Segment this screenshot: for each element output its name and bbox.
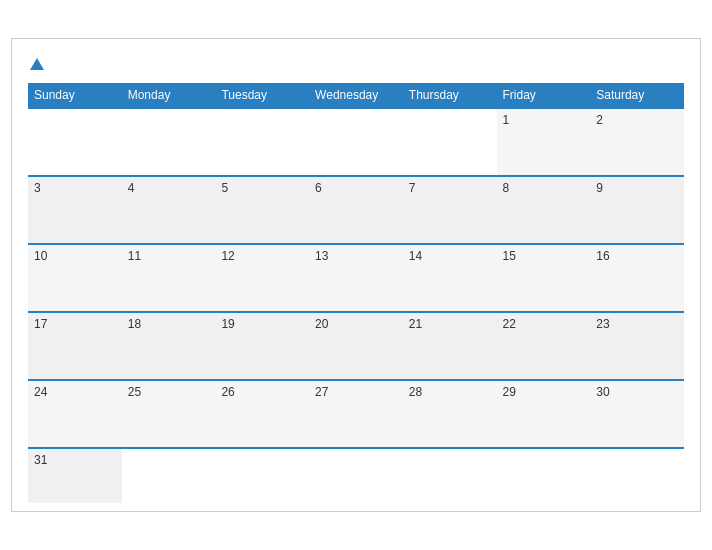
weekday-row: SundayMondayTuesdayWednesdayThursdayFrid… [28, 83, 684, 108]
calendar-cell: 30 [590, 380, 684, 448]
calendar-cell: 28 [403, 380, 497, 448]
calendar-cell: 31 [28, 448, 122, 503]
calendar-cell: 21 [403, 312, 497, 380]
calendar-cell: 11 [122, 244, 216, 312]
day-number: 21 [409, 317, 422, 331]
calendar-cell: 10 [28, 244, 122, 312]
week-row-5: 31 [28, 448, 684, 503]
day-number: 19 [221, 317, 234, 331]
calendar-cell: 3 [28, 176, 122, 244]
calendar-cell [497, 448, 591, 503]
day-number: 4 [128, 181, 135, 195]
calendar-weekday-header: SundayMondayTuesdayWednesdayThursdayFrid… [28, 83, 684, 108]
calendar-cell: 5 [215, 176, 309, 244]
calendar-cell [28, 108, 122, 176]
day-number: 27 [315, 385, 328, 399]
day-number: 25 [128, 385, 141, 399]
week-row-4: 24252627282930 [28, 380, 684, 448]
calendar-cell: 29 [497, 380, 591, 448]
calendar-cell [122, 448, 216, 503]
calendar-cell: 23 [590, 312, 684, 380]
day-number: 22 [503, 317, 516, 331]
week-row-3: 17181920212223 [28, 312, 684, 380]
week-row-1: 3456789 [28, 176, 684, 244]
weekday-tuesday: Tuesday [215, 83, 309, 108]
day-number: 24 [34, 385, 47, 399]
calendar-cell: 9 [590, 176, 684, 244]
calendar-cell: 4 [122, 176, 216, 244]
calendar-container: SundayMondayTuesdayWednesdayThursdayFrid… [11, 38, 701, 512]
calendar-cell: 20 [309, 312, 403, 380]
calendar-cell: 22 [497, 312, 591, 380]
day-number: 17 [34, 317, 47, 331]
day-number: 12 [221, 249, 234, 263]
calendar-cell [215, 448, 309, 503]
day-number: 15 [503, 249, 516, 263]
day-number: 23 [596, 317, 609, 331]
day-number: 29 [503, 385, 516, 399]
calendar-cell [309, 108, 403, 176]
day-number: 7 [409, 181, 416, 195]
day-number: 20 [315, 317, 328, 331]
calendar-cell: 26 [215, 380, 309, 448]
week-row-2: 10111213141516 [28, 244, 684, 312]
calendar-cell [590, 448, 684, 503]
day-number: 11 [128, 249, 141, 263]
day-number: 9 [596, 181, 603, 195]
day-number: 26 [221, 385, 234, 399]
weekday-saturday: Saturday [590, 83, 684, 108]
day-number: 14 [409, 249, 422, 263]
calendar-cell: 12 [215, 244, 309, 312]
day-number: 1 [503, 113, 510, 127]
day-number: 28 [409, 385, 422, 399]
calendar-cell: 19 [215, 312, 309, 380]
day-number: 16 [596, 249, 609, 263]
weekday-friday: Friday [497, 83, 591, 108]
day-number: 5 [221, 181, 228, 195]
calendar-cell: 25 [122, 380, 216, 448]
calendar-cell: 14 [403, 244, 497, 312]
calendar-cell: 2 [590, 108, 684, 176]
calendar-cell: 17 [28, 312, 122, 380]
day-number: 31 [34, 453, 47, 467]
calendar-cell [403, 448, 497, 503]
day-number: 13 [315, 249, 328, 263]
calendar-cell [215, 108, 309, 176]
calendar-cell: 6 [309, 176, 403, 244]
weekday-sunday: Sunday [28, 83, 122, 108]
calendar-cell: 7 [403, 176, 497, 244]
calendar-cell: 16 [590, 244, 684, 312]
calendar-header [28, 55, 684, 71]
calendar-cell: 1 [497, 108, 591, 176]
calendar-cell: 18 [122, 312, 216, 380]
calendar-cell: 8 [497, 176, 591, 244]
day-number: 2 [596, 113, 603, 127]
logo [28, 55, 44, 71]
day-number: 8 [503, 181, 510, 195]
week-row-0: 12 [28, 108, 684, 176]
weekday-thursday: Thursday [403, 83, 497, 108]
day-number: 18 [128, 317, 141, 331]
weekday-wednesday: Wednesday [309, 83, 403, 108]
day-number: 10 [34, 249, 47, 263]
logo-top [28, 55, 44, 71]
calendar-body: 1234567891011121314151617181920212223242… [28, 108, 684, 503]
calendar-cell [403, 108, 497, 176]
weekday-monday: Monday [122, 83, 216, 108]
calendar-cell: 15 [497, 244, 591, 312]
logo-triangle-icon [30, 58, 44, 70]
day-number: 6 [315, 181, 322, 195]
calendar-cell [122, 108, 216, 176]
day-number: 3 [34, 181, 41, 195]
calendar-cell: 13 [309, 244, 403, 312]
calendar-grid: SundayMondayTuesdayWednesdayThursdayFrid… [28, 83, 684, 503]
calendar-cell: 24 [28, 380, 122, 448]
calendar-cell: 27 [309, 380, 403, 448]
day-number: 30 [596, 385, 609, 399]
calendar-cell [309, 448, 403, 503]
